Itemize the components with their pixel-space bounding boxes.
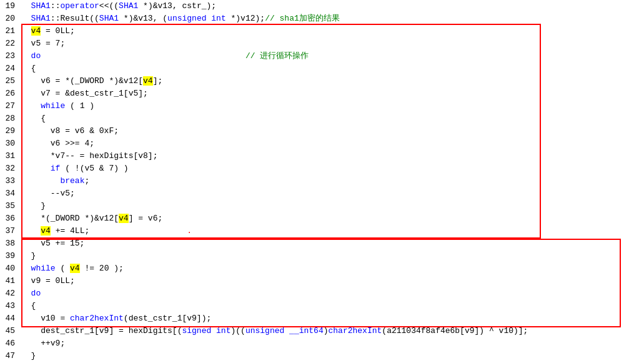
line-content-28: {	[19, 112, 644, 125]
line-num-31: 31	[0, 150, 19, 162]
code-line-29: 29 v8 = v6 & 0xF;	[0, 125, 644, 137]
line-num-32: 32	[0, 162, 19, 175]
code-line-44: 44 v10 = char2hexInt(dest_cstr_1[v9]);	[0, 312, 644, 325]
line-num-47: 47	[0, 350, 19, 362]
line-content-23: do // 进行循环操作	[19, 50, 644, 62]
line-content-31: *v7-- = hexDigits[v8];	[19, 150, 644, 162]
code-line-31: 31 *v7-- = hexDigits[v8];	[0, 150, 644, 162]
line-content-33: break;	[19, 175, 644, 187]
line-content-40: while ( v4 != 20 );	[19, 262, 644, 275]
line-content-24: {	[19, 62, 644, 75]
code-line-36: 36 *(_DWORD *)&v12[v4] = v6;	[0, 212, 644, 225]
line-num-40: 40	[0, 262, 19, 275]
line-content-30: v6 >>= 4;	[19, 137, 644, 150]
line-content-25: v6 = *(_DWORD *)&v12[v4];	[19, 75, 644, 87]
code-line-20: 20 SHA1::Result((SHA1 *)&v13, (unsigned …	[0, 12, 644, 25]
line-num-43: 43	[0, 300, 19, 312]
code-line-39: 39 }	[0, 250, 644, 262]
code-line-34: 34 --v5;	[0, 187, 644, 200]
code-line-25: 25 v6 = *(_DWORD *)&v12[v4];	[0, 75, 644, 87]
line-num-28: 28	[0, 112, 19, 125]
line-num-37: 37	[0, 225, 19, 237]
line-num-20: 20	[0, 12, 19, 25]
code-line-27: 27 while ( 1 )	[0, 100, 644, 112]
line-content-29: v8 = v6 & 0xF;	[19, 125, 644, 137]
line-num-21: 21	[0, 25, 19, 37]
line-num-23: 23	[0, 50, 19, 62]
line-content-45: dest_cstr_1[v9] = hexDigits[(signed int)…	[19, 325, 644, 337]
code-line-21: 21 v4 = 0LL;	[0, 25, 644, 37]
code-line-46: 46 ++v9;	[0, 337, 644, 350]
code-line-32: 32 if ( !(v5 & 7) )	[0, 162, 644, 175]
line-content-41: v9 = 0LL;	[19, 275, 644, 287]
code-line-24: 24 {	[0, 62, 644, 75]
line-content-47: }	[19, 350, 644, 362]
line-num-46: 46	[0, 337, 19, 350]
code-line-19: 19 SHA1::operator<<((SHA1 *)&v13, cstr_)…	[0, 0, 644, 12]
line-num-33: 33	[0, 175, 19, 187]
line-num-34: 34	[0, 187, 19, 200]
line-content-36: *(_DWORD *)&v12[v4] = v6;	[19, 212, 644, 225]
line-content-20: SHA1::Result((SHA1 *)&v13, (unsigned int…	[19, 12, 644, 25]
code-line-47: 47 }	[0, 350, 644, 362]
line-num-42: 42	[0, 287, 19, 300]
line-content-46: ++v9;	[19, 337, 644, 350]
line-content-37: v4 += 4LL; .	[19, 225, 644, 237]
line-num-36: 36	[0, 212, 19, 225]
line-num-27: 27	[0, 100, 19, 112]
line-content-34: --v5;	[19, 187, 644, 200]
line-content-22: v5 = 7;	[19, 37, 644, 50]
code-line-33: 33 break;	[0, 175, 644, 187]
code-line-22: 22 v5 = 7;	[0, 37, 644, 50]
code-line-40: 40 while ( v4 != 20 );	[0, 262, 644, 275]
code-line-28: 28 {	[0, 112, 644, 125]
code-line-38: 38 v5 += 15;	[0, 237, 644, 250]
line-content-43: {	[19, 300, 644, 312]
code-line-35: 35 }	[0, 200, 644, 212]
line-num-30: 30	[0, 137, 19, 150]
line-content-26: v7 = &dest_cstr_1[v5];	[19, 87, 644, 100]
line-num-25: 25	[0, 75, 19, 87]
line-num-22: 22	[0, 37, 19, 50]
line-content-19: SHA1::operator<<((SHA1 *)&v13, cstr_);	[19, 0, 644, 12]
code-line-37: 37 v4 += 4LL; .	[0, 225, 644, 237]
line-content-27: while ( 1 )	[19, 100, 644, 112]
line-num-26: 26	[0, 87, 19, 100]
line-num-39: 39	[0, 250, 19, 262]
code-line-41: 41 v9 = 0LL;	[0, 275, 644, 287]
line-num-29: 29	[0, 125, 19, 137]
line-content-35: }	[19, 200, 644, 212]
code-line-42: 42 do	[0, 287, 644, 300]
line-content-42: do	[19, 287, 644, 300]
code-line-23: 23 do // 进行循环操作	[0, 50, 644, 62]
code-line-30: 30 v6 >>= 4;	[0, 137, 644, 150]
line-num-35: 35	[0, 200, 19, 212]
code-line-45: 45 dest_cstr_1[v9] = hexDigits[(signed i…	[0, 325, 644, 337]
code-line-43: 43 {	[0, 300, 644, 312]
line-content-38: v5 += 15;	[19, 237, 644, 250]
line-content-39: }	[19, 250, 644, 262]
line-num-44: 44	[0, 312, 19, 325]
line-num-38: 38	[0, 237, 19, 250]
code-line-26: 26 v7 = &dest_cstr_1[v5];	[0, 87, 644, 100]
line-num-19: 19	[0, 0, 19, 12]
line-content-44: v10 = char2hexInt(dest_cstr_1[v9]);	[19, 312, 644, 325]
line-num-45: 45	[0, 325, 19, 337]
line-num-24: 24	[0, 62, 19, 75]
line-content-21: v4 = 0LL;	[19, 25, 644, 37]
code-viewer: 19 SHA1::operator<<((SHA1 *)&v13, cstr_)…	[0, 0, 644, 363]
line-content-32: if ( !(v5 & 7) )	[19, 162, 644, 175]
line-num-41: 41	[0, 275, 19, 287]
